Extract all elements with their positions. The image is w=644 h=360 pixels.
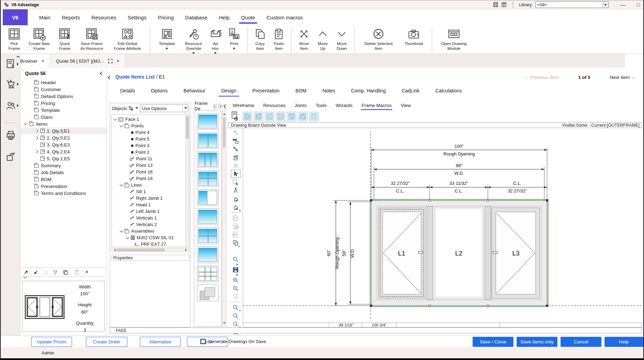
arrow-ne-icon[interactable]: ↗ xyxy=(24,269,28,275)
move-item-button[interactable]: MoveItem xyxy=(295,26,313,51)
maximize-button[interactable]: □ xyxy=(637,2,640,8)
menu-resources[interactable]: Resources xyxy=(91,9,116,25)
tree-item-customer[interactable]: Customer xyxy=(20,86,107,93)
template-thumb-4pane-2[interactable] xyxy=(197,227,218,244)
macro-casement-left-out-icon[interactable] xyxy=(265,112,274,121)
use-options-dropdown[interactable]: Use Options xyxy=(140,105,188,112)
obj-prf-ext-27[interactable]: PRF EXT 27 xyxy=(112,241,189,247)
obj-point-5[interactable]: Point 5 xyxy=(112,136,189,142)
drawing-settings-icon[interactable] xyxy=(231,111,239,121)
macro-fixed-icon[interactable] xyxy=(309,112,319,121)
macro-awning-icon[interactable] xyxy=(287,112,296,121)
print-dropdown-caret[interactable] xyxy=(233,48,235,51)
strip-next-button[interactable] xyxy=(218,104,222,109)
menu-main[interactable]: Main xyxy=(39,9,51,25)
measure-tool-icon[interactable] xyxy=(231,186,241,195)
tab-details[interactable]: Details xyxy=(120,88,135,97)
paste-special-tool-icon[interactable] xyxy=(231,230,241,238)
zoom-disabled-tool-icon[interactable] xyxy=(231,292,241,301)
template-thumb-grid[interactable] xyxy=(197,266,218,282)
marquee-select-tool-icon[interactable] xyxy=(231,178,241,186)
obj-assemblies[interactable]: Assemblies xyxy=(112,228,189,234)
resource-override-button[interactable]: ResourceOverride xyxy=(180,26,207,55)
close-icon[interactable]: × xyxy=(42,58,44,64)
obj-head-1[interactable]: Head 1 xyxy=(112,201,189,208)
customers-flyout-arrow[interactable] xyxy=(17,104,20,107)
panel-collapse-icon[interactable] xyxy=(100,71,104,75)
template-thumb-fixed-2[interactable] xyxy=(197,208,218,225)
subtab-resources[interactable]: Resources xyxy=(263,103,286,110)
macro-casement-right-icon[interactable] xyxy=(254,112,263,121)
tree-view-caret[interactable] xyxy=(135,107,138,110)
subtab-tools[interactable]: Tools xyxy=(316,103,327,110)
ad-hoc-button[interactable]: AdHoc xyxy=(207,26,224,55)
save-lightning-icon[interactable] xyxy=(501,2,507,8)
delete-item-icon[interactable]: × xyxy=(85,269,88,275)
obj-verticals-1[interactable]: Verticals 1 xyxy=(112,215,189,221)
obj-point-2[interactable]: Point 2 xyxy=(112,149,189,155)
obj-left-jamb-1[interactable]: Left Jamb 1 xyxy=(112,208,189,215)
template-dropdown-caret[interactable] xyxy=(166,48,168,51)
tree-item-header[interactable]: Header xyxy=(20,79,107,86)
update-prices-button[interactable]: Update Prices xyxy=(31,337,72,347)
subtab-joints[interactable]: Joints xyxy=(295,103,307,110)
subtab-frame-macros[interactable]: Frame Macros xyxy=(361,103,392,110)
zoom-selection-tool-icon[interactable]: + xyxy=(231,320,241,328)
tree-item-1[interactable]: 1. Qty.3;E1 xyxy=(20,127,107,134)
save-close-button[interactable]: Save / Close xyxy=(473,337,513,347)
thumbnail-button[interactable]: Thumbnail xyxy=(399,26,429,46)
expand-icon[interactable] xyxy=(108,59,113,63)
delete-selected-item-button[interactable]: Delete SelectedItem xyxy=(358,26,399,51)
printer-icon[interactable] xyxy=(6,130,16,141)
menu-help[interactable]: Help xyxy=(219,9,230,25)
ad-hoc-dropdown-caret[interactable] xyxy=(214,52,217,55)
template-thumb-fixed[interactable] xyxy=(197,113,218,130)
previous-item-button[interactable]: ← Previous Item xyxy=(524,75,559,80)
tab-behaviour[interactable]: Behaviour xyxy=(184,88,205,97)
open-drawing-module-button[interactable]: Open DrawingModule xyxy=(435,26,473,51)
subtab-view[interactable]: View xyxy=(401,103,411,110)
save-items-only-button[interactable]: Save items only xyxy=(517,337,557,347)
template-thumb-4pane[interactable] xyxy=(197,170,218,187)
tab-presentation[interactable]: Presentation xyxy=(252,88,280,97)
rail-collapse-icon[interactable]: ▸▸ xyxy=(17,55,19,58)
template-thumb-3lite[interactable] xyxy=(197,151,218,168)
subtab-wireframe[interactable]: Wireframe xyxy=(233,103,254,110)
subtab-wizards[interactable]: Wizards xyxy=(336,103,353,110)
pan-tool-icon[interactable] xyxy=(231,195,241,203)
library-dropdown[interactable]: <All> xyxy=(535,1,609,8)
tree-item-2[interactable]: 2. Qty.5;E2 xyxy=(20,134,107,141)
select-tool-icon[interactable] xyxy=(231,170,241,178)
obj-lines[interactable]: Lines xyxy=(112,182,189,188)
strip-scrollbar[interactable] xyxy=(222,110,226,327)
export-icon[interactable] xyxy=(6,152,16,162)
obj-right-jamb-1[interactable]: Right Jamb 1 xyxy=(112,195,189,201)
template-button[interactable]: Template xyxy=(153,26,180,51)
zoom-window-tool-icon[interactable] xyxy=(231,255,241,263)
move-up-button[interactable]: MoveUp xyxy=(313,26,332,51)
tree-item-items[interactable]: Items xyxy=(20,120,107,127)
tab-notes[interactable]: Notes xyxy=(322,88,335,97)
zoom-out-tool-icon[interactable] xyxy=(231,284,241,292)
obj-point-4[interactable]: Point 4 xyxy=(112,129,189,136)
macro-casement-right-out-icon[interactable] xyxy=(276,112,285,121)
triangle-down-icon[interactable]: ▽ xyxy=(53,269,57,275)
macro-casement-left-icon[interactable] xyxy=(243,112,252,121)
next-item-button[interactable]: Next Item → xyxy=(610,75,636,80)
zoom-in-tool-icon[interactable] xyxy=(231,276,241,284)
strip-prev-button[interactable] xyxy=(213,104,217,109)
move-down-button[interactable]: MoveDown xyxy=(332,26,351,51)
zoom-extents-tool-icon[interactable]: + xyxy=(231,303,241,312)
obj-point-11[interactable]: Point 11 xyxy=(112,155,189,162)
tree-item-terms[interactable]: Terms and Conditions xyxy=(20,190,107,197)
tree-item-bom[interactable]: BOM xyxy=(20,176,107,183)
tree-item-default-options[interactable]: Default Options xyxy=(20,93,107,100)
menu-database[interactable]: Database xyxy=(185,9,207,25)
quote-flyout-arrow[interactable] xyxy=(17,63,20,65)
menu-settings[interactable]: Settings xyxy=(128,9,146,25)
paste-item-button[interactable]: PasteItem xyxy=(269,26,288,51)
tree-item-glass[interactable]: Glass xyxy=(20,114,107,120)
tree-item-3[interactable]: 3. Qty.6;E3 xyxy=(20,141,107,148)
alternative-button[interactable]: Alternative xyxy=(140,337,181,347)
copy-item-icon[interactable] xyxy=(63,270,68,275)
